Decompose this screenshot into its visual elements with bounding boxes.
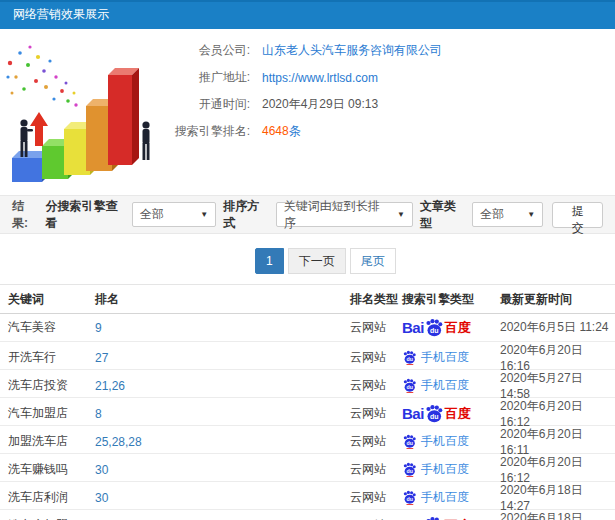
svg-text:du: du bbox=[407, 384, 413, 390]
baidu-paw-icon: du bbox=[402, 490, 417, 505]
keyword-cell: 洗车赚钱吗 bbox=[8, 461, 95, 478]
col-header-rank: 排名 bbox=[95, 291, 350, 308]
mobile-baidu-label: 手机百度 bbox=[421, 349, 469, 366]
table-row: 洗车店利润30云网站du手机百度2020年6月18日 14:27 bbox=[0, 482, 615, 510]
mobile-baidu-logo: du手机百度 bbox=[402, 377, 500, 394]
baidu-logo-hanzi: 百度 bbox=[445, 319, 471, 337]
updated-cell: 2020年6月18日 14:30 bbox=[500, 510, 615, 520]
filter-bar: 结果: 分搜索引擎查看 全部 ▼ 排序方式 关键词由短到长排序 ▼ 文章类型 全… bbox=[0, 195, 615, 234]
rank-cell[interactable]: 27 bbox=[95, 351, 350, 365]
app-header: 网络营销效果展示 bbox=[0, 0, 615, 29]
svg-text:du: du bbox=[407, 356, 413, 362]
keyword-cell: 洗车店投资 bbox=[8, 377, 95, 394]
sort-select-value: 关键词由短到长排序 bbox=[284, 198, 389, 232]
table-row: 洗车店加盟3云网站Baidu百度2020年6月18日 14:30 bbox=[0, 510, 615, 520]
chevron-down-icon: ▼ bbox=[200, 210, 208, 219]
svg-text:du: du bbox=[407, 440, 413, 446]
up-arrow-icon bbox=[30, 112, 48, 146]
keyword-cell: 加盟洗车店 bbox=[8, 433, 95, 450]
submit-button[interactable]: 提交 bbox=[552, 202, 603, 228]
mobile-baidu-label: 手机百度 bbox=[421, 489, 469, 506]
company-link[interactable]: 山东老人头汽车服务咨询有限公司 bbox=[262, 42, 442, 59]
mobile-baidu-label: 手机百度 bbox=[421, 377, 469, 394]
baidu-logo-hanzi: 百度 bbox=[445, 405, 471, 423]
next-page-button[interactable]: 下一页 bbox=[288, 248, 346, 274]
info-row-open-time: 开通时间: 2020年4月29日 09:13 bbox=[168, 91, 442, 118]
updated-cell: 2020年6月20日 16:12 bbox=[500, 454, 615, 485]
confetti-dots bbox=[6, 45, 77, 106]
info-row-company: 会员公司: 山东老人头汽车服务咨询有限公司 bbox=[168, 37, 442, 64]
mobile-baidu-label: 手机百度 bbox=[421, 461, 469, 478]
keyword-cell: 汽车加盟店 bbox=[8, 405, 95, 422]
promo-url-label: 推广地址: bbox=[168, 69, 250, 86]
svg-text:du: du bbox=[407, 468, 413, 474]
updated-cell: 2020年6月20日 16:16 bbox=[500, 342, 615, 373]
table-row: 汽车加盟店8云网站Baidu百度2020年6月20日 16:12 bbox=[0, 398, 615, 426]
last-page-button[interactable]: 尾页 bbox=[350, 248, 396, 274]
rank-type-cell: 云网站 bbox=[350, 349, 402, 366]
pagination: 1 下一页 尾页 bbox=[255, 248, 615, 274]
rank-cell[interactable]: 21,26 bbox=[95, 379, 350, 393]
open-time-label: 开通时间: bbox=[168, 96, 250, 113]
col-header-updated: 最新更新时间 bbox=[500, 291, 615, 308]
updated-cell: 2020年6月20日 16:11 bbox=[500, 426, 615, 457]
table-row: 加盟洗车店25,28,28云网站du手机百度2020年6月20日 16:11 bbox=[0, 426, 615, 454]
baidu-logo: Baidu百度 bbox=[402, 516, 500, 520]
col-header-keyword: 关键词 bbox=[8, 291, 95, 308]
rank-count-value: 4648条 bbox=[262, 123, 301, 140]
keyword-cell: 汽车美容 bbox=[8, 319, 95, 336]
mobile-baidu-logo: du手机百度 bbox=[402, 433, 500, 450]
engine-filter-label: 分搜索引擎查看 bbox=[46, 198, 126, 232]
info-row-rank-count: 搜索引擎排名: 4648条 bbox=[168, 118, 442, 145]
rank-type-cell: 云网站 bbox=[350, 433, 402, 450]
keyword-cell: 洗车店利润 bbox=[8, 489, 95, 506]
rank-cell[interactable]: 9 bbox=[95, 321, 350, 335]
company-label: 会员公司: bbox=[168, 42, 250, 59]
rank-type-cell: 云网站 bbox=[350, 489, 402, 506]
article-type-select[interactable]: 全部 ▼ bbox=[472, 202, 543, 227]
col-header-engine-type: 搜索引擎类型 bbox=[402, 291, 500, 308]
svg-text:du: du bbox=[430, 326, 439, 333]
baidu-logo-hanzi: 百度 bbox=[445, 517, 471, 520]
table-row: 开洗车行27云网站du手机百度2020年6月20日 16:16 bbox=[0, 342, 615, 370]
sort-select[interactable]: 关键词由短到长排序 ▼ bbox=[276, 202, 413, 227]
baidu-paw-icon: du bbox=[424, 404, 444, 424]
baidu-paw-icon: du bbox=[402, 462, 417, 477]
rank-type-cell: 云网站 bbox=[350, 461, 402, 478]
baidu-logo: Baidu百度 bbox=[402, 404, 500, 424]
updated-cell: 2020年6月5日 11:24 bbox=[500, 319, 615, 336]
svg-text:du: du bbox=[407, 496, 413, 502]
mobile-baidu-label: 手机百度 bbox=[421, 433, 469, 450]
article-type-select-value: 全部 bbox=[480, 206, 504, 223]
chevron-down-icon: ▼ bbox=[527, 210, 535, 219]
keyword-cell: 开洗车行 bbox=[8, 349, 95, 366]
account-info-list: 会员公司: 山东老人头汽车服务咨询有限公司 推广地址: https://www.… bbox=[168, 37, 442, 145]
svg-text:du: du bbox=[430, 412, 439, 419]
baidu-logo-text: Bai bbox=[402, 405, 424, 422]
rank-cell[interactable]: 25,28,28 bbox=[95, 435, 350, 449]
baidu-paw-icon: du bbox=[402, 378, 417, 393]
table-header-row: 关键词 排名 排名类型 搜索引擎类型 最新更新时间 bbox=[0, 284, 615, 314]
open-time-value: 2020年4月29日 09:13 bbox=[262, 96, 378, 113]
baidu-logo-text: Bai bbox=[402, 319, 424, 336]
col-header-rank-type: 排名类型 bbox=[350, 291, 402, 308]
rank-count-unit: 条 bbox=[289, 124, 301, 138]
engine-select[interactable]: 全部 ▼ bbox=[132, 202, 216, 227]
growth-chart-illustration bbox=[0, 33, 180, 193]
promo-url-link[interactable]: https://www.lrtlsd.com bbox=[262, 71, 378, 85]
results-table-body: 汽车美容9云网站Baidu百度2020年6月5日 11:24开洗车行27云网站d… bbox=[0, 314, 615, 520]
table-row: 洗车店投资21,26云网站du手机百度2020年5月27日 14:58 bbox=[0, 370, 615, 398]
page-button-current[interactable]: 1 bbox=[255, 248, 284, 274]
account-info-section: 会员公司: 山东老人头汽车服务咨询有限公司 推广地址: https://www.… bbox=[0, 29, 615, 195]
info-row-url: 推广地址: https://www.lrtlsd.com bbox=[168, 64, 442, 91]
rank-cell[interactable]: 30 bbox=[95, 463, 350, 477]
table-row: 汽车美容9云网站Baidu百度2020年6月5日 11:24 bbox=[0, 314, 615, 342]
rank-cell[interactable]: 8 bbox=[95, 407, 350, 421]
sort-filter-label: 排序方式 bbox=[223, 198, 268, 232]
baidu-logo: Baidu百度 bbox=[402, 318, 500, 338]
rank-type-cell: 云网站 bbox=[350, 377, 402, 394]
page-title: 网络营销效果展示 bbox=[13, 7, 109, 21]
rank-cell[interactable]: 30 bbox=[95, 491, 350, 505]
updated-cell: 2020年6月20日 16:12 bbox=[500, 398, 615, 429]
updated-cell: 2020年5月27日 14:58 bbox=[500, 370, 615, 401]
